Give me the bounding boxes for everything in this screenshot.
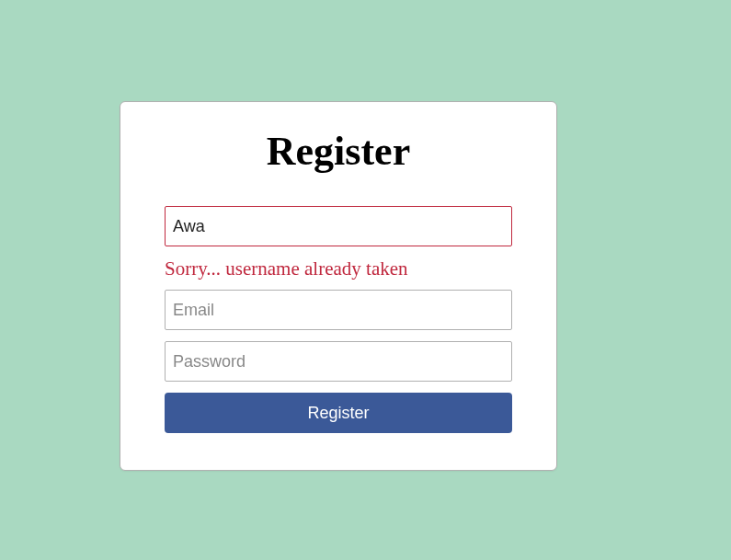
page-title: Register [165,128,512,175]
register-button[interactable]: Register [165,393,512,433]
username-error: Sorry... username already taken [165,257,512,280]
register-card: Register Sorry... username already taken… [120,101,557,471]
email-input[interactable] [165,290,512,330]
password-input[interactable] [165,341,512,382]
username-input[interactable] [165,206,512,246]
